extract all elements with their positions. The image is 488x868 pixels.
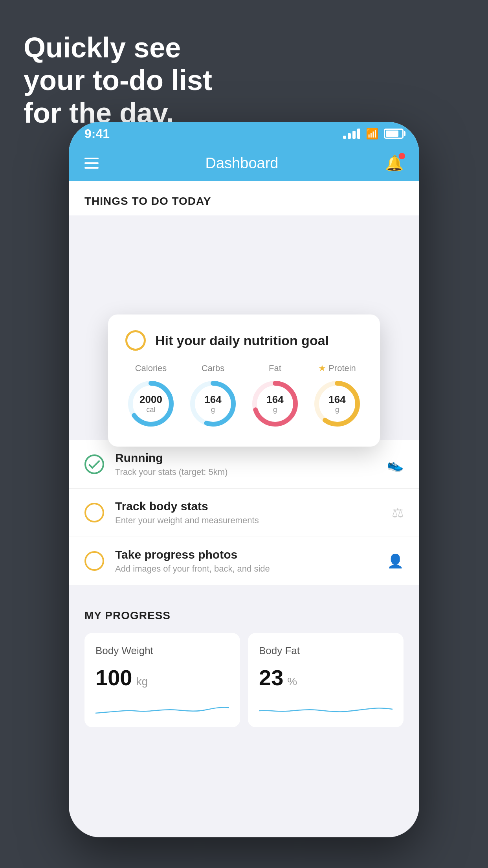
running-title: Running: [115, 451, 376, 465]
hamburger-menu[interactable]: [84, 158, 99, 169]
calories-value: 2000: [139, 394, 162, 406]
app-header: Dashboard 🔔: [69, 145, 419, 181]
macro-carbs-label: Carbs: [202, 363, 225, 373]
scale-icon: ⚖: [392, 505, 404, 520]
notification-dot: [399, 153, 405, 159]
running-subtitle: Track your stats (target: 5km): [115, 467, 376, 477]
fat-donut: 164 g: [250, 378, 301, 429]
macro-protein: ★ Protein 164 g: [312, 363, 363, 429]
bell-icon[interactable]: 🔔: [385, 154, 404, 172]
progress-section: MY PROGRESS Body Weight 100 kg Body Fat …: [69, 594, 419, 743]
content-area: THINGS TO DO TODAY: [69, 181, 419, 215]
carbs-value: 164: [204, 394, 221, 406]
body-weight-card-title: Body Weight: [95, 645, 229, 657]
body-stats-circle: [84, 503, 104, 522]
todo-list: Running Track your stats (target: 5km) 👟…: [69, 440, 419, 585]
macro-fat-label: Fat: [269, 363, 281, 373]
wifi-icon: 📶: [366, 128, 378, 140]
macro-carbs: Carbs 164 g: [187, 363, 238, 429]
card-header-row: Hit your daily nutrition goal: [125, 330, 363, 351]
phone-mockup: 9:41 📶 Dashboard 🔔 THINGS TO DO TODAY: [69, 122, 419, 837]
macro-protein-label: ★ Protein: [318, 363, 356, 373]
star-icon: ★: [318, 363, 326, 373]
body-weight-value: 100: [95, 665, 132, 690]
body-weight-unit: kg: [136, 675, 148, 688]
running-icon: 👟: [387, 456, 404, 472]
macros-row: Calories 2000 cal Carbs: [125, 363, 363, 429]
macro-fat: Fat 164 g: [250, 363, 301, 429]
photos-title: Take progress photos: [115, 548, 376, 561]
calories-donut: 2000 cal: [125, 378, 176, 429]
photos-circle: [84, 551, 104, 571]
body-stats-title: Track body stats: [115, 500, 381, 513]
protein-donut: 164 g: [312, 378, 363, 429]
nutrition-circle: [125, 330, 146, 351]
nutrition-card-title: Hit your daily nutrition goal: [155, 333, 329, 348]
progress-title: MY PROGRESS: [84, 609, 404, 622]
person-icon: 👤: [387, 553, 404, 569]
body-fat-unit: %: [287, 675, 297, 688]
battery-icon: [384, 129, 404, 139]
photos-subtitle: Add images of your front, back, and side: [115, 564, 376, 574]
body-fat-value-row: 23 %: [259, 665, 393, 690]
body-weight-value-row: 100 kg: [95, 665, 229, 690]
todo-item-running[interactable]: Running Track your stats (target: 5km) 👟: [69, 440, 419, 489]
things-section-title: THINGS TO DO TODAY: [69, 181, 419, 215]
headline: Quickly see your to-do list for the day.: [24, 31, 212, 129]
body-fat-value: 23: [259, 665, 283, 690]
body-fat-sparkline: [259, 698, 393, 718]
status-icons: 📶: [343, 128, 404, 140]
running-circle: [84, 454, 104, 474]
carbs-donut: 164 g: [187, 378, 238, 429]
body-weight-card: Body Weight 100 kg: [84, 633, 240, 727]
todo-item-progress-photos[interactable]: Take progress photos Add images of your …: [69, 537, 419, 585]
protein-value: 164: [328, 394, 345, 406]
todo-item-body-stats[interactable]: Track body stats Enter your weight and m…: [69, 489, 419, 537]
body-fat-card-title: Body Fat: [259, 645, 393, 657]
nutrition-card: Hit your daily nutrition goal Calories 2…: [108, 314, 380, 447]
status-bar: 9:41 📶: [69, 122, 419, 145]
headline-line1: Quickly see: [24, 31, 212, 64]
check-icon: [88, 457, 100, 469]
photos-text: Take progress photos Add images of your …: [115, 548, 376, 574]
status-time: 9:41: [84, 127, 110, 141]
signal-icon: [343, 129, 360, 139]
running-text: Running Track your stats (target: 5km): [115, 451, 376, 477]
fat-value: 164: [266, 394, 283, 406]
macro-calories-label: Calories: [135, 363, 167, 373]
body-weight-sparkline: [95, 698, 229, 718]
body-stats-subtitle: Enter your weight and measurements: [115, 515, 381, 526]
body-fat-card: Body Fat 23 %: [248, 633, 404, 727]
body-stats-text: Track body stats Enter your weight and m…: [115, 500, 381, 526]
progress-cards: Body Weight 100 kg Body Fat 23 %: [84, 633, 404, 727]
headline-line2: your to-do list: [24, 64, 212, 97]
macro-calories: Calories 2000 cal: [125, 363, 176, 429]
header-title: Dashboard: [205, 155, 279, 172]
